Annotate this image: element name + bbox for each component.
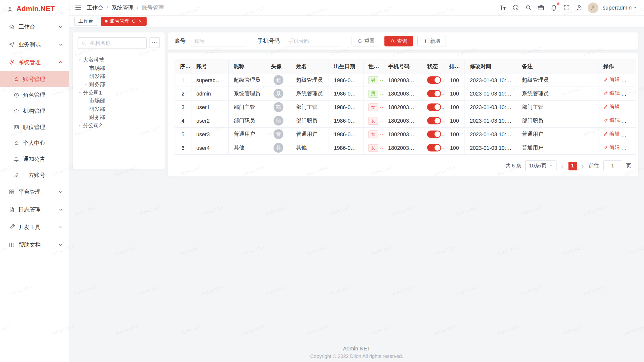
cell-birth: 1986-06-28	[329, 87, 363, 100]
avatar[interactable]	[588, 2, 598, 13]
sidebar-item-platform-mgmt[interactable]: 平台管理	[0, 183, 69, 201]
sidebar-item-role-mgmt[interactable]: 角色管理	[0, 87, 69, 103]
sidebar-item-help-docs[interactable]: 帮助文档	[0, 236, 69, 254]
cell-status	[422, 114, 444, 127]
notifications-button[interactable]	[550, 3, 558, 12]
caret-right-icon[interactable]	[84, 82, 88, 86]
edit-button[interactable]: 编辑	[603, 76, 620, 83]
sidebar-item-label: 工作台	[18, 23, 35, 30]
sidebar-item-personal-center[interactable]: 个人中心	[0, 135, 69, 151]
goto-page-input[interactable]	[603, 160, 622, 171]
caret-down-icon[interactable]	[78, 91, 82, 95]
language-button[interactable]	[511, 3, 520, 12]
org-search-input[interactable]	[89, 40, 143, 46]
accounts-table: 序号 账号 昵称 头像 姓名 出生日期 性别 手机号码 状态 排序 修改时间	[175, 60, 636, 155]
font-size-button[interactable]	[499, 3, 507, 12]
tab-workbench[interactable]: 工作台	[74, 17, 97, 26]
breadcrumb-separator: /	[137, 5, 138, 11]
sidebar-item-biztest[interactable]: 业务测试	[0, 36, 69, 53]
org-more-button[interactable]	[149, 37, 160, 48]
status-toggle[interactable]	[427, 76, 441, 84]
search-icon	[390, 38, 395, 43]
status-toggle[interactable]	[427, 117, 441, 124]
tree-node[interactable]: 财务部	[78, 113, 160, 122]
cell-status	[422, 100, 444, 114]
tree-node[interactable]: 财务部	[78, 80, 160, 89]
global-search-button[interactable]	[524, 3, 533, 12]
cell-phone: 18020030720	[383, 73, 422, 87]
edit-button[interactable]: 编辑	[603, 103, 620, 110]
sidebar-item-workbench[interactable]: 工作台	[0, 18, 69, 36]
tree-node[interactable]: 分公司1	[78, 89, 160, 97]
sidebar-item-dev-tools[interactable]: 开发工具	[0, 218, 69, 236]
sidebar-item-log-mgmt[interactable]: 日志管理	[0, 201, 69, 218]
collapse-sidebar-button[interactable]	[74, 3, 83, 12]
phone-filter-input[interactable]	[284, 36, 341, 46]
cell-index: 1	[175, 73, 191, 87]
user-menu[interactable]: superadmin	[603, 5, 637, 11]
breadcrumb-item[interactable]: 工作台	[87, 4, 103, 11]
theme-button[interactable]	[537, 3, 546, 12]
prev-page-button[interactable]: ‹	[560, 163, 564, 169]
edit-button[interactable]: 编辑	[603, 130, 620, 138]
current-page-button[interactable]: 1	[568, 161, 577, 170]
page-size-select[interactable]: 10条/页	[525, 160, 556, 171]
fullscreen-button[interactable]	[562, 3, 571, 12]
tree-node[interactable]: 大名科技	[78, 56, 160, 64]
app-window: Admin.NET 工作台 业务测试 系统管理 账号管理	[0, 0, 644, 362]
fullscreen-icon	[563, 4, 570, 11]
reset-button[interactable]: 重置	[352, 36, 380, 46]
row-more-button[interactable]	[626, 132, 632, 138]
tree-node[interactable]: 研发部	[78, 72, 160, 80]
org-tree-panel: 大名科技 市场部 研发部 财务部	[73, 32, 165, 169]
breadcrumb-item[interactable]: 系统管理	[111, 4, 134, 11]
edit-button[interactable]: 编辑	[603, 144, 620, 151]
tree-node[interactable]: 市场部	[78, 64, 160, 72]
row-more-button[interactable]	[626, 146, 632, 152]
sidebar-item-system-mgmt[interactable]: 系统管理	[0, 53, 69, 71]
logo[interactable]: Admin.NET	[0, 0, 69, 18]
status-toggle[interactable]	[427, 103, 441, 111]
sidebar-item-thirdparty-account[interactable]: 三方账号	[0, 167, 69, 183]
phone-filter-label: 手机号码	[258, 37, 280, 45]
next-page-button[interactable]: ›	[581, 163, 585, 169]
search-button[interactable]: 查询	[384, 36, 413, 46]
status-toggle[interactable]	[427, 130, 441, 138]
status-toggle[interactable]	[427, 90, 441, 97]
edit-button[interactable]: 编辑	[603, 90, 620, 97]
tags-view-bar: 工作台 账号管理	[69, 16, 644, 27]
toggle-knob	[434, 77, 440, 83]
caret-right-icon[interactable]	[78, 123, 82, 127]
profile-button[interactable]	[575, 3, 584, 12]
tree-node[interactable]: 研发部	[78, 105, 160, 113]
row-more-button[interactable]	[626, 119, 632, 124]
col-header: 序号	[175, 60, 191, 73]
tree-node[interactable]: 市场部	[78, 97, 160, 105]
breadcrumb-item-current: 账号管理	[142, 4, 164, 11]
col-header: 头像	[266, 60, 291, 73]
row-more-button[interactable]	[626, 105, 632, 111]
cell-birth: 1986-06-28	[329, 100, 363, 114]
refresh-icon[interactable]	[131, 19, 136, 23]
chevron-down-icon	[58, 24, 64, 30]
cell-status	[422, 141, 444, 155]
page-size-value: 10条/页	[529, 162, 546, 169]
close-icon[interactable]	[138, 19, 143, 23]
sidebar-item-org-mgmt[interactable]: 机构管理	[0, 103, 69, 119]
account-filter-input[interactable]	[190, 36, 247, 46]
status-toggle[interactable]	[427, 144, 441, 151]
sidebar-item-position-mgmt[interactable]: 职位管理	[0, 119, 69, 135]
cell-avatar: 部	[266, 114, 291, 127]
add-button[interactable]: 新增	[417, 36, 446, 46]
edit-button[interactable]: 编辑	[603, 117, 620, 124]
cell-account: user3	[191, 127, 229, 141]
more-icon	[626, 119, 632, 124]
tab-account-mgmt[interactable]: 账号管理	[101, 17, 147, 26]
tree-node[interactable]: 分公司2	[78, 121, 160, 130]
sidebar-item-account-mgmt[interactable]: 账号管理	[0, 71, 69, 87]
filter-bar: 账号 手机号码 重置 查询 新增	[168, 32, 638, 50]
sidebar-item-notice[interactable]: 通知公告	[0, 151, 69, 167]
row-more-button[interactable]	[626, 78, 632, 84]
caret-down-icon[interactable]	[78, 58, 82, 62]
row-more-button[interactable]	[626, 92, 632, 97]
